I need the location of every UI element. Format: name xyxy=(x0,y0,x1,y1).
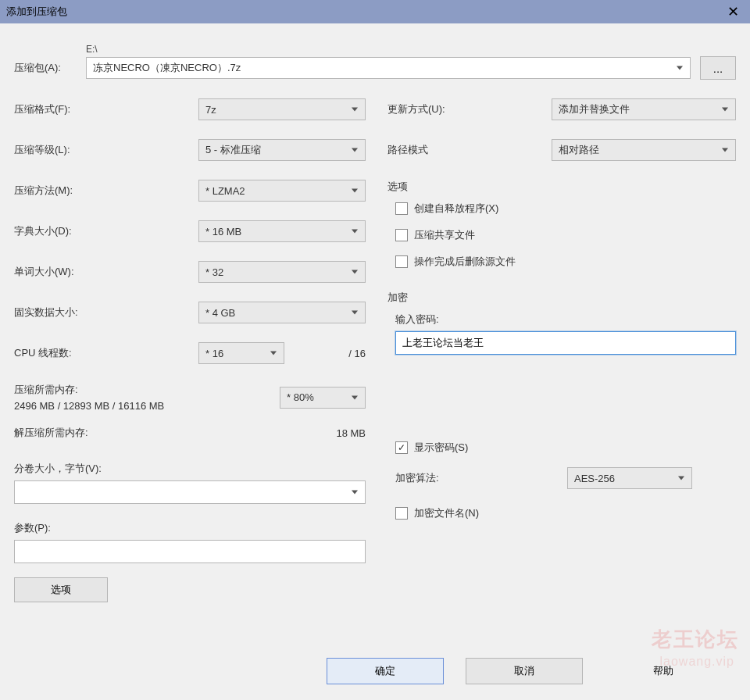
split-label: 分卷大小，字节(V): xyxy=(14,462,366,476)
shared-checkbox[interactable] xyxy=(395,229,408,241)
archive-drive: E:\ xyxy=(86,44,736,55)
params-label: 参数(P): xyxy=(14,521,366,535)
cancel-button[interactable]: 取消 xyxy=(466,658,583,684)
update-label: 更新方式(U): xyxy=(388,102,552,116)
browse-button[interactable]: ... xyxy=(700,56,736,80)
showpwd-label: 显示密码(S) xyxy=(414,441,468,455)
word-combo[interactable]: * 32 xyxy=(198,261,366,283)
showpwd-checkbox[interactable] xyxy=(395,441,408,454)
solid-label: 固实数据大小: xyxy=(14,305,198,320)
encmethod-combo[interactable]: AES-256 xyxy=(567,467,692,489)
watermark-text: 老王论坛 xyxy=(652,626,739,653)
delsrc-label: 操作完成后删除源文件 xyxy=(414,255,516,269)
method-combo[interactable]: * LZMA2 xyxy=(198,180,366,202)
options-button[interactable]: 选项 xyxy=(14,577,108,602)
encnames-checkbox[interactable] xyxy=(395,507,408,520)
memcomp-label: 压缩所需内存: xyxy=(14,383,270,397)
word-label: 单词大小(W): xyxy=(14,265,198,279)
encrypt-group-title: 加密 xyxy=(388,291,736,305)
pathmode-label: 路径模式 xyxy=(388,143,552,157)
archive-filename: 冻京NECRO（凍京NECRO）.7z xyxy=(93,61,241,75)
pathmode-combo[interactable]: 相对路径 xyxy=(552,139,736,161)
level-combo[interactable]: 5 - 标准压缩 xyxy=(198,139,366,161)
memdecomp-value: 18 MB xyxy=(336,427,366,439)
memdecomp-label: 解压缩所需内存: xyxy=(14,426,336,440)
method-label: 压缩方法(M): xyxy=(14,184,198,198)
cpu-label: CPU 线程数: xyxy=(14,346,198,360)
options-group-title: 选项 xyxy=(388,180,736,194)
sfx-checkbox[interactable] xyxy=(395,202,408,215)
shared-label: 压缩共享文件 xyxy=(414,228,475,242)
params-input[interactable] xyxy=(14,540,366,563)
encnames-label: 加密文件名(N) xyxy=(414,506,479,520)
archive-label: 压缩包(A): xyxy=(14,61,78,80)
close-icon[interactable]: ✕ xyxy=(722,3,744,20)
dict-combo[interactable]: * 16 MB xyxy=(198,220,366,242)
archive-filename-combo[interactable]: 冻京NECRO（凍京NECRO）.7z xyxy=(86,57,691,79)
format-label: 压缩格式(F): xyxy=(14,102,198,116)
level-label: 压缩等级(L): xyxy=(14,143,198,157)
sfx-label: 创建自释放程序(X) xyxy=(414,202,498,216)
update-combo[interactable]: 添加并替换文件 xyxy=(552,98,736,120)
dict-label: 字典大小(D): xyxy=(14,224,198,238)
window-title: 添加到压缩包 xyxy=(6,5,67,19)
password-input[interactable] xyxy=(395,331,736,355)
cpu-combo[interactable]: * 16 xyxy=(198,342,284,364)
memcomp-pct-combo[interactable]: * 80% xyxy=(280,387,366,409)
delsrc-checkbox[interactable] xyxy=(395,255,408,268)
cpu-total: / 16 xyxy=(348,348,366,359)
ok-button[interactable]: 确定 xyxy=(327,658,444,684)
solid-combo[interactable]: * 4 GB xyxy=(198,302,366,323)
memcomp-value: 2496 MB / 12893 MB / 16116 MB xyxy=(14,400,270,412)
format-combo[interactable]: 7z xyxy=(198,98,366,120)
encmethod-label: 加密算法: xyxy=(388,471,567,485)
help-button[interactable]: 帮助 xyxy=(605,658,722,684)
titlebar: 添加到压缩包 ✕ xyxy=(0,0,750,23)
password-label: 输入密码: xyxy=(388,312,736,327)
split-combo[interactable] xyxy=(14,480,366,504)
